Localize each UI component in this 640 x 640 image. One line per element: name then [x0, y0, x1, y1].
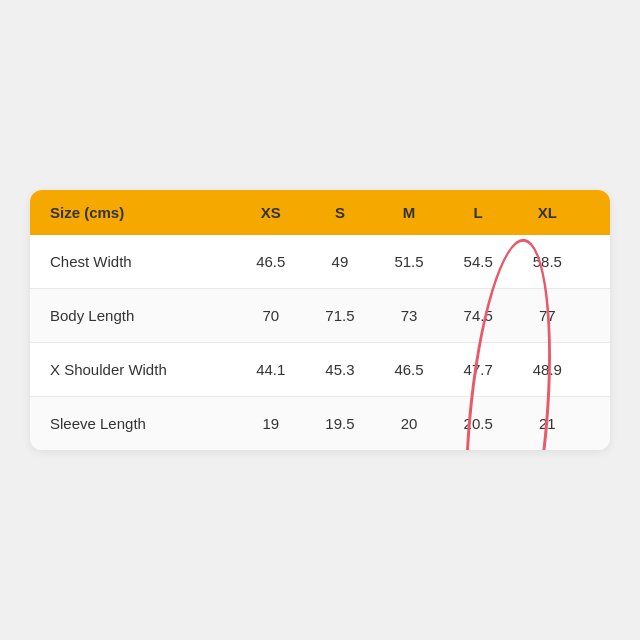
header-xs: XS: [236, 190, 305, 235]
measure-sleeve-length: Sleeve Length: [30, 397, 236, 451]
shoulder-xl: 48.9: [513, 343, 582, 397]
shoulder-l: 47.7: [444, 343, 513, 397]
chest-xl: 58.5: [513, 235, 582, 289]
header-extra: [582, 190, 610, 235]
header-size-cms: Size (cms): [30, 190, 236, 235]
chest-l: 54.5: [444, 235, 513, 289]
header-s: S: [305, 190, 374, 235]
sleeve-xs: 19: [236, 397, 305, 451]
body-xl: 77: [513, 289, 582, 343]
header-xl: XL: [513, 190, 582, 235]
chest-s: 49: [305, 235, 374, 289]
chest-xs: 46.5: [236, 235, 305, 289]
body-xs: 70: [236, 289, 305, 343]
sleeve-l: 20.5: [444, 397, 513, 451]
table-header-row: Size (cms) XS S M L XL: [30, 190, 610, 235]
header-m: M: [374, 190, 443, 235]
body-extra: [582, 289, 610, 343]
chest-extra: [582, 235, 610, 289]
body-l: 74.5: [444, 289, 513, 343]
size-table-container: Size (cms) XS S M L XL Chest Width 46.5 …: [30, 190, 610, 450]
shoulder-xs: 44.1: [236, 343, 305, 397]
shoulder-s: 45.3: [305, 343, 374, 397]
header-l: L: [444, 190, 513, 235]
sleeve-extra: [582, 397, 610, 451]
shoulder-extra: [582, 343, 610, 397]
chest-m: 51.5: [374, 235, 443, 289]
sleeve-xl: 21: [513, 397, 582, 451]
table-row: Body Length 70 71.5 73 74.5 77: [30, 289, 610, 343]
sleeve-m: 20: [374, 397, 443, 451]
shoulder-m: 46.5: [374, 343, 443, 397]
measure-body-length: Body Length: [30, 289, 236, 343]
body-m: 73: [374, 289, 443, 343]
measure-shoulder-width: X Shoulder Width: [30, 343, 236, 397]
measure-chest-width: Chest Width: [30, 235, 236, 289]
table-row: Chest Width 46.5 49 51.5 54.5 58.5: [30, 235, 610, 289]
sleeve-s: 19.5: [305, 397, 374, 451]
body-s: 71.5: [305, 289, 374, 343]
size-table: Size (cms) XS S M L XL Chest Width 46.5 …: [30, 190, 610, 450]
table-row: X Shoulder Width 44.1 45.3 46.5 47.7 48.…: [30, 343, 610, 397]
table-row: Sleeve Length 19 19.5 20 20.5 21: [30, 397, 610, 451]
